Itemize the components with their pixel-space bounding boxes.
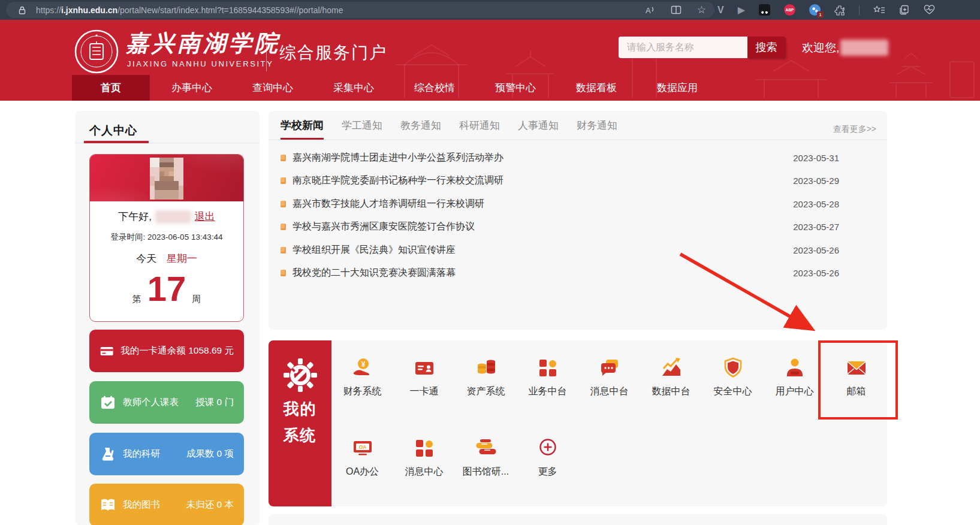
stat-card-label: 教师个人课表	[123, 396, 179, 409]
chart-trend-icon	[659, 356, 683, 380]
news-row[interactable]: 南京晓庄学院党委副书记杨种学一行来校交流调研 2023-05-29	[269, 170, 887, 193]
sys-item-message-platform[interactable]: 消息中台	[578, 340, 640, 421]
collections-icon[interactable]	[899, 5, 910, 15]
university-seal	[74, 29, 119, 74]
grid-blocks-icon	[412, 436, 436, 460]
sys-item-assets[interactable]: 资产系统	[455, 340, 517, 421]
extension-badge: 1	[817, 11, 824, 18]
tab-hr-notice[interactable]: 人事通知	[518, 119, 559, 140]
nav-item-service-center[interactable]: 办事中心	[153, 75, 231, 101]
greeting-text: 下午好,	[118, 210, 152, 224]
news-bullet-icon	[281, 177, 286, 184]
nav-item-query-center[interactable]: 查询中心	[234, 75, 312, 101]
welcome-text: 欢迎您,	[802, 40, 839, 56]
systems-grid: ¥ 财务系统 一卡通 资产系统 业务中台 消息中台	[331, 340, 887, 501]
play-extension-icon[interactable]: ▶	[738, 5, 745, 15]
svg-text:OA: OA	[358, 444, 366, 450]
news-row[interactable]: 嘉兴南湖学院博士团走进中小学公益系列活动举办 2023-05-31	[269, 146, 887, 170]
stat-card-schedule[interactable]: 教师个人课表 授课 0 门	[89, 381, 244, 424]
search-button[interactable]: 搜索	[747, 37, 785, 58]
stat-card-value: 未归还 0 本	[186, 499, 234, 511]
sys-item-finance[interactable]: ¥ 财务系统	[331, 340, 393, 421]
view-more-link[interactable]: 查看更多>>	[833, 124, 876, 135]
nav-item-data-dashboard[interactable]: 数据看板	[557, 75, 635, 101]
profile-card-banner	[90, 155, 243, 201]
service-search-input[interactable]	[619, 37, 747, 58]
nav-item-school-overview[interactable]: 综合校情	[396, 75, 474, 101]
today-label: 今天	[136, 253, 156, 264]
stat-card-research[interactable]: 我的科研 成果数 0 项	[89, 433, 244, 475]
news-title: 我校党的二十大知识竞赛决赛圆满落幕	[293, 267, 456, 279]
favorite-star-icon[interactable]: ☆	[697, 5, 706, 15]
bank-card-icon	[99, 343, 114, 359]
nav-item-collection-center[interactable]: 采集中心	[315, 75, 393, 101]
news-bullet-icon	[281, 155, 286, 161]
sys-item-security-center[interactable]: 安全中心	[702, 340, 764, 421]
news-row[interactable]: 学校与嘉兴市秀洲区康安医院签订合作协议 2023-05-27	[269, 216, 887, 239]
news-title: 学校组织开展《民法典》知识宣传讲座	[293, 244, 456, 257]
news-bullet-icon	[281, 224, 286, 230]
title-rule-accent	[84, 141, 149, 143]
logout-link[interactable]: 退出	[195, 210, 215, 224]
sys-item-library-research[interactable]: 图书馆研...	[455, 421, 517, 501]
sys-item-onecard[interactable]: 一卡通	[393, 340, 455, 421]
week-suffix: 周	[192, 294, 201, 305]
news-date: 2023-05-28	[793, 199, 839, 209]
news-row[interactable]: 学校组织开展《民法典》知识宣传讲座 2023-05-26	[269, 239, 887, 262]
news-bullet-icon	[281, 247, 286, 254]
split-screen-icon[interactable]	[671, 5, 682, 14]
news-date: 2023-05-31	[793, 153, 839, 163]
sys-item-oa-office[interactable]: OA OA办公	[331, 421, 393, 501]
open-book-icon	[99, 497, 116, 513]
personal-center-title: 个人中心	[89, 123, 137, 138]
news-row[interactable]: 我校党的二十大知识竞赛决赛圆满落幕 2023-05-26	[269, 262, 887, 285]
finance-hand-coin-icon: ¥	[351, 356, 375, 380]
sys-item-message-center[interactable]: 消息中心	[393, 421, 455, 501]
tab-academic-notice[interactable]: 教务通知	[400, 119, 441, 140]
lock-icon	[18, 5, 26, 15]
gear-wrench-icon	[282, 357, 318, 393]
weekday-value: 星期一	[167, 253, 197, 264]
browser-chrome: https://i.jxnhu.edu.cn/portalNew/start/i…	[0, 0, 980, 20]
notification-extension-icon[interactable]: 1	[809, 4, 821, 16]
nav-item-home[interactable]: 首页	[72, 75, 150, 101]
nav-item-warning-center[interactable]: 预警中心	[477, 75, 554, 101]
news-tabs: 学校新闻 学工通知 教务通知 科研通知 人事通知 财务通知 查看更多>>	[269, 111, 887, 140]
stat-card-campus-card[interactable]: 我的一卡通 余额 1058.69 元	[89, 330, 244, 372]
greeting-name-redacted	[155, 210, 191, 224]
stat-card-label: 我的一卡通	[120, 345, 167, 357]
my-systems-title-line1: 我的	[269, 396, 331, 422]
nav-item-data-apps[interactable]: 数据应用	[638, 75, 716, 101]
tab-research-notice[interactable]: 科研通知	[459, 119, 500, 140]
tab-school-news[interactable]: 学校新闻	[281, 118, 324, 140]
url-bar[interactable]: https://i.jxnhu.edu.cn/portalNew/start/i…	[6, 2, 714, 18]
url-text: https://i.jxnhu.edu.cn/portalNew/start/i…	[36, 5, 343, 15]
stat-card-value: 余额 1058.69 元	[167, 345, 234, 357]
tab-finance-notice[interactable]: 财务通知	[577, 119, 617, 140]
news-date: 2023-05-26	[793, 245, 839, 255]
svg-text:A: A	[646, 6, 651, 15]
read-aloud-icon[interactable]: A	[644, 5, 655, 15]
sys-item-user-center[interactable]: 用户中心	[764, 340, 825, 421]
svg-text:¥: ¥	[361, 360, 365, 369]
shield-icon	[721, 356, 745, 380]
news-bullet-icon	[281, 201, 286, 207]
favorites-bar-icon[interactable]	[873, 5, 885, 15]
user-icon	[783, 356, 807, 380]
sys-item-data-platform[interactable]: 数据中台	[640, 340, 702, 421]
news-date: 2023-05-29	[793, 176, 839, 186]
tab-student-affairs-notice[interactable]: 学工通知	[342, 119, 382, 140]
sys-item-business-platform[interactable]: 业务中台	[517, 340, 578, 421]
coin-stack-icon	[474, 356, 498, 380]
vue-devtools-icon[interactable]: V	[717, 5, 724, 15]
adblock-extension-icon[interactable]: ABP	[784, 4, 795, 16]
news-row[interactable]: 嘉兴市数字技能人才培养调研组一行来校调研 2023-05-28	[269, 192, 887, 216]
sys-item-more[interactable]: 更多	[517, 421, 578, 501]
screenshot-extension-icon[interactable]	[759, 4, 770, 16]
extensions-puzzle-icon[interactable]	[834, 5, 845, 16]
news-title: 嘉兴南湖学院博士团走进中小学公益系列活动举办	[293, 152, 503, 164]
news-date: 2023-05-26	[793, 268, 839, 278]
news-bullet-icon	[281, 270, 286, 276]
browser-essentials-icon[interactable]	[924, 5, 935, 15]
stat-card-library[interactable]: 我的图书 未归还 0 本	[89, 484, 244, 525]
